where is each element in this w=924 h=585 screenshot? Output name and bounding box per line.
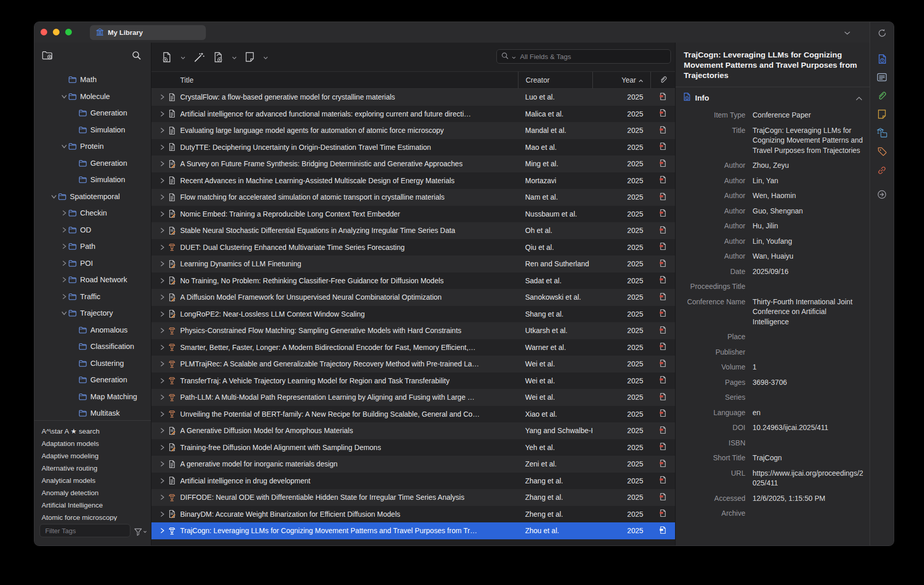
expand-chevron-icon[interactable] [160, 427, 168, 434]
expand-chevron-icon[interactable] [160, 511, 168, 517]
new-note-chevron-icon[interactable] [263, 52, 268, 62]
new-note-button[interactable] [245, 52, 255, 62]
close-button[interactable] [41, 29, 47, 35]
tree-chevron-icon[interactable] [60, 227, 68, 233]
quick-search-input[interactable] [519, 52, 666, 61]
table-row[interactable]: Unveiling the Potential of BERT-family: … [151, 406, 675, 423]
info-section-header[interactable]: Info [676, 87, 870, 107]
expand-chevron-icon[interactable] [160, 327, 168, 334]
column-header-title[interactable]: Title [151, 72, 518, 88]
related-icon[interactable] [877, 165, 887, 176]
field-value[interactable]: 12/6/2025, 1:15:50 PM [753, 494, 864, 504]
tree-chevron-icon[interactable] [60, 243, 68, 249]
collection-row[interactable]: POI [34, 255, 151, 272]
tree-chevron-icon[interactable] [60, 310, 68, 316]
tree-chevron-icon[interactable] [50, 193, 58, 200]
table-row[interactable]: BinaryDM: Accurate Weight Binarization f… [151, 506, 675, 523]
tag-item[interactable]: A^\star A ★ search [42, 425, 151, 437]
field-value[interactable] [753, 347, 864, 358]
add-attachment-button[interactable] [213, 52, 223, 63]
collection-row[interactable]: Clustering [34, 355, 151, 372]
field-value[interactable]: Wan, Huaiyu [753, 251, 864, 262]
tag-item[interactable]: Alternative routing [42, 462, 151, 474]
collection-row[interactable]: Simulation [34, 171, 151, 188]
table-row[interactable]: Smarter, Better, Faster, Longer: A Moder… [151, 339, 675, 356]
field-value[interactable] [753, 438, 864, 449]
table-row[interactable]: A Generative Diffusion Model for Amorpho… [151, 422, 675, 439]
field-value[interactable] [753, 282, 864, 292]
zoom-button[interactable] [65, 29, 72, 35]
field-value[interactable]: Guo, Shengnan [753, 206, 864, 217]
expand-chevron-icon[interactable] [160, 227, 168, 233]
collection-row[interactable]: Generation [34, 105, 151, 122]
collection-row[interactable]: Path [34, 238, 151, 255]
table-row[interactable]: TransferTraj: A Vehicle Trajectory Learn… [151, 373, 675, 389]
table-row[interactable]: DUET: Dual Clustering Enhanced Multivari… [151, 239, 675, 256]
expand-chevron-icon[interactable] [160, 144, 168, 150]
table-row[interactable]: No Training, No Problem: Rethinking Clas… [151, 272, 675, 289]
tag-item[interactable]: Anomaly detection [42, 486, 151, 499]
sync-icon[interactable] [870, 28, 894, 38]
expand-chevron-icon[interactable] [160, 261, 168, 267]
tag-filter-input[interactable] [44, 526, 126, 535]
field-value[interactable]: 10.24963/ijcai.2025/411 [753, 423, 864, 433]
field-value[interactable]: Thirty-Fourth International Joint Confer… [753, 297, 864, 327]
field-value[interactable] [753, 509, 864, 519]
field-value[interactable]: Conference Paper [753, 110, 864, 121]
field-value[interactable] [753, 393, 864, 403]
column-header-year[interactable]: Year [592, 72, 650, 88]
column-header-creator[interactable]: Creator [518, 72, 592, 88]
expand-chevron-icon[interactable] [160, 344, 168, 350]
collection-row[interactable]: Anomalous [34, 322, 151, 339]
expand-chevron-icon[interactable] [160, 211, 168, 217]
expand-chevron-icon[interactable] [160, 444, 168, 451]
table-row[interactable]: CrystalFlow: a flow-based generative mod… [151, 89, 675, 106]
expand-chevron-icon[interactable] [160, 494, 168, 500]
table-row[interactable]: LongRoPE2: Near-Lossless LLM Context Win… [151, 306, 675, 323]
tag-item[interactable]: Artificial Intelligence [42, 499, 151, 511]
tree-chevron-icon[interactable] [60, 260, 68, 266]
expand-chevron-icon[interactable] [160, 361, 168, 367]
tag-item[interactable]: Atomic force microscopy [42, 511, 151, 521]
table-row[interactable]: PLMTrajRec: A Scalable and Generalizable… [151, 356, 675, 373]
tag-item[interactable]: Adaptive modeling [42, 450, 151, 462]
tag-item[interactable]: Adaptation models [42, 437, 151, 450]
tree-chevron-icon[interactable] [60, 143, 68, 149]
minimize-button[interactable] [53, 29, 60, 35]
table-row[interactable]: Flow matching for accelerated simulation… [151, 189, 675, 206]
new-collection-button[interactable] [42, 50, 53, 61]
locate-icon[interactable] [877, 189, 887, 200]
table-row[interactable]: A generative model for inorganic materia… [151, 456, 675, 473]
column-header-attachment[interactable] [650, 72, 675, 88]
collapse-section-chevron-icon[interactable] [856, 93, 862, 102]
expand-chevron-icon[interactable] [160, 294, 168, 300]
collection-row[interactable]: Molecule [34, 88, 151, 105]
collection-row[interactable]: Road Network [34, 271, 151, 288]
collection-row[interactable]: OD [34, 222, 151, 239]
libraries-collections-icon[interactable] [877, 128, 888, 138]
table-row[interactable]: Learning Dynamics of LLM Finetuning Ren … [151, 256, 675, 272]
field-value[interactable]: 3698-3706 [753, 378, 864, 388]
expand-chevron-icon[interactable] [160, 311, 168, 317]
collection-row[interactable]: Simulation [34, 122, 151, 139]
table-row[interactable]: Nomic Embed: Training a Reproducible Lon… [151, 206, 675, 223]
expand-chevron-icon[interactable] [160, 161, 168, 167]
expand-chevron-icon[interactable] [160, 378, 168, 384]
table-row[interactable]: Evaluating large language model agents f… [151, 122, 675, 139]
collection-row[interactable]: Checkin [34, 205, 151, 222]
field-value[interactable]: 2025/09/16 [753, 267, 864, 277]
expand-chevron-icon[interactable] [160, 478, 168, 484]
field-value[interactable]: Wen, Haomin [753, 191, 864, 201]
field-value[interactable]: TrajCogn [753, 453, 864, 463]
table-row[interactable]: DIFFODE: Neural ODE with Differentiable … [151, 489, 675, 506]
field-value[interactable]: Hu, Jilin [753, 221, 864, 231]
table-row[interactable]: A Diffusion Model Framework for Unsuperv… [151, 289, 675, 306]
collection-row[interactable]: Generation [34, 372, 151, 388]
table-row[interactable]: Path-LLM: A Multi-Modal Path Representat… [151, 389, 675, 406]
tag-item[interactable]: Analytical models [42, 474, 151, 486]
table-row[interactable]: TrajCogn: Leveraging LLMs for Cognizing … [151, 522, 675, 539]
tabs-menu-chevron-icon[interactable] [844, 28, 851, 37]
tree-chevron-icon[interactable] [60, 294, 68, 300]
table-row[interactable]: Artificial intelligence in drug developm… [151, 473, 675, 490]
expand-chevron-icon[interactable] [160, 111, 168, 117]
